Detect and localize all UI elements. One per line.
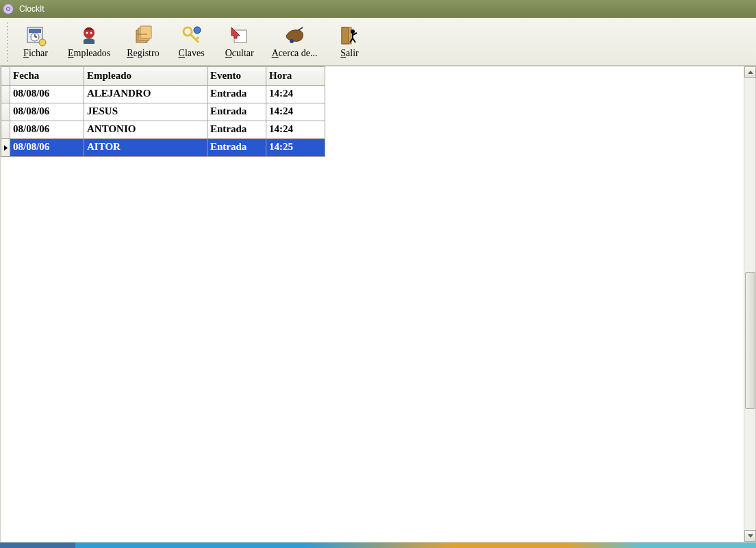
svg-point-8 [90,32,92,34]
column-header-empleado[interactable]: Empleado [84,66,207,86]
cell-fecha: 08/08/06 [10,121,84,139]
about-icon [284,25,305,47]
claves-button[interactable]: Claves [168,20,216,64]
registro-button[interactable]: Registro [118,20,167,64]
hide-icon [229,25,251,47]
toolbar-label: Claves [179,48,205,59]
toolbar-label: Empleados [68,48,110,59]
cell-hora: 14:24 [266,86,325,103]
cell-fecha: 08/08/06 [10,86,84,103]
window-titlebar: ClockIt [0,0,756,18]
window-title: ClockIt [19,4,45,14]
toolbar-label: Registro [127,48,159,59]
content-area: Fecha Empleado Evento Hora 08/08/06 ALEJ… [0,66,756,543]
svg-point-18 [351,29,355,34]
ocultar-button[interactable]: Ocultar [216,20,264,64]
exit-icon [339,25,361,47]
toolbar-grip [5,21,9,62]
cell-empleado: JESUS [84,103,207,121]
vertical-scrollbar[interactable] [744,66,755,542]
arrow-down-icon [748,534,753,538]
cell-hora: 14:25 [266,139,325,157]
table-row[interactable]: 08/08/06 ALEJANDRO Entrada 14:24 [1,86,325,103]
scroll-thumb[interactable] [745,272,755,409]
taskbar-strip [0,543,756,548]
cell-evento: Entrada [207,139,266,157]
table-row[interactable]: 08/08/06 ANTONIO Entrada 14:24 [1,121,325,139]
svg-point-7 [86,32,88,34]
cell-fecha: 08/08/06 [10,139,84,157]
clock-in-icon [25,25,47,47]
row-indicator-header [1,66,10,86]
fichar-button[interactable]: Fichar [12,20,60,64]
keys-icon [181,25,203,47]
cell-fecha: 08/08/06 [10,103,84,121]
toolbar-label: Salir [340,48,358,59]
cell-evento: Entrada [207,121,266,139]
acerca-button[interactable]: Acerca de... [264,20,326,64]
registry-icon [132,25,154,47]
cell-evento: Entrada [207,86,266,103]
svg-point-5 [39,39,46,46]
salir-button[interactable]: Salir [326,20,374,64]
scroll-down-button[interactable] [744,530,756,542]
data-grid[interactable]: Fecha Empleado Evento Hora 08/08/06 ALEJ… [1,66,325,542]
row-indicator [1,103,10,121]
column-header-hora[interactable]: Hora [266,66,325,86]
toolbar-label: Acerca de... [272,48,318,59]
cell-empleado: ALEJANDRO [84,86,207,103]
employees-icon [78,25,100,47]
svg-rect-1 [29,29,41,33]
main-toolbar: Fichar Empleados Registro [0,18,756,66]
toolbar-label: Ocultar [225,48,254,59]
cell-hora: 14:24 [266,121,325,139]
cell-empleado: ANTONIO [84,121,207,139]
cell-hora: 14:24 [266,103,325,121]
svg-rect-17 [342,27,349,44]
arrow-up-icon [748,71,753,74]
row-indicator [1,86,10,103]
cell-evento: Entrada [207,103,266,121]
row-indicator [1,121,10,139]
scroll-up-button[interactable] [744,66,756,78]
grid-header-row: Fecha Empleado Evento Hora [1,66,325,86]
table-row[interactable]: 08/08/06 AITOR Entrada 14:25 [1,139,325,157]
cell-empleado: AITOR [84,139,207,157]
toolbar-label: Fichar [23,48,48,59]
empleados-button[interactable]: Empleados [60,20,118,64]
table-row[interactable]: 08/08/06 JESUS Entrada 14:24 [1,103,325,121]
svg-line-12 [196,37,199,40]
column-header-evento[interactable]: Evento [207,66,266,86]
svg-point-13 [194,27,201,34]
app-icon [3,3,14,14]
column-header-fecha[interactable]: Fecha [10,66,84,86]
row-indicator [1,139,10,157]
svg-point-15 [290,39,294,43]
svg-line-22 [353,38,355,42]
current-row-arrow-icon [4,145,8,151]
